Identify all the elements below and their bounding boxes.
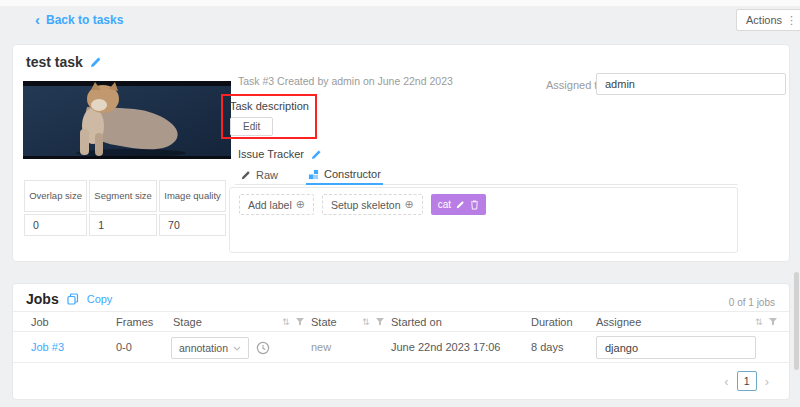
jobs-table-header: Job Frames Stage ⇅ State ⇅ Started on Du… [13, 311, 791, 332]
col-frames: Frames [116, 316, 153, 328]
image-quality-value: 70 [159, 214, 226, 236]
task-card: test task [12, 44, 790, 262]
tab-constructor[interactable]: Constructor [306, 165, 383, 185]
state-sort-icon[interactable]: ⇅ [362, 317, 369, 327]
jobs-count: 0 of 1 jobs [729, 297, 775, 308]
labels-constructor-panel: Add label ⊕ Setup skeleton ⊕ cat [229, 187, 738, 253]
edit-description-button[interactable]: Edit [230, 117, 273, 136]
cvat-task-details-page: ‹ Back to tasks Actions ⋮ test task [0, 0, 800, 407]
assignee-sort-icon[interactable]: ⇅ [755, 317, 762, 327]
setup-skeleton-text: Setup skeleton [331, 199, 400, 211]
col-stage: Stage [173, 316, 202, 328]
pagination-next-icon[interactable]: › [765, 374, 769, 389]
job-started-on: June 22nd 2023 17:06 [391, 341, 501, 353]
more-vertical-icon: ⋮ [786, 14, 797, 27]
labels-tabs: Raw Constructor [235, 165, 738, 185]
stage-sort-icon[interactable]: ⇅ [282, 317, 289, 327]
tab-raw[interactable]: Raw [239, 165, 280, 184]
back-to-tasks-link[interactable]: ‹ Back to tasks [35, 13, 123, 27]
chevron-down-icon [233, 346, 241, 351]
edit-title-pencil-icon[interactable] [90, 56, 102, 68]
history-clock-icon [256, 341, 270, 355]
task-params-table: Overlap size Segment size Image quality … [22, 178, 228, 238]
top-strip [0, 0, 800, 6]
chevron-left-icon: ‹ [35, 15, 40, 25]
image-quality-header: Image quality [159, 180, 226, 212]
task-description-label: Task description [230, 100, 309, 112]
label-chip-name: cat [438, 199, 451, 210]
task-meta: Task #3 Created by admin on June 22nd 20… [238, 75, 453, 87]
pagination-page-1[interactable]: 1 [737, 371, 757, 391]
issue-tracker-label: Issue Tracker [238, 148, 304, 160]
cat-preview-illustration [23, 81, 231, 159]
stage-select[interactable]: annotation [171, 337, 249, 359]
stage-filter-icon[interactable] [296, 318, 304, 326]
assignee-filter-icon[interactable] [769, 318, 777, 326]
job-link[interactable]: Job #3 [31, 341, 64, 353]
job-frames: 0-0 [116, 341, 132, 353]
col-state: State [311, 316, 337, 328]
jobs-heading: Jobs [26, 291, 59, 307]
scrollbar-thumb[interactable] [794, 272, 799, 370]
actions-label: Actions [746, 14, 782, 26]
col-started-on: Started on [391, 316, 442, 328]
jobs-card: Jobs Copy 0 of 1 jobs Job Frames Stage ⇅… [12, 283, 790, 400]
edit-label-pencil-icon[interactable] [456, 200, 465, 209]
stage-select-value: annotation [179, 342, 228, 354]
task-title: test task [26, 54, 83, 70]
actions-button[interactable]: Actions ⋮ [736, 9, 800, 31]
tab-raw-label: Raw [256, 169, 278, 181]
blocks-icon [308, 169, 319, 180]
back-to-tasks-label: Back to tasks [46, 13, 123, 27]
pencil-icon [241, 170, 251, 180]
job-assignee-input[interactable] [596, 336, 756, 359]
task-title-row: test task [26, 54, 102, 70]
task-preview-image [23, 81, 231, 159]
plus-circle-icon: ⊕ [296, 198, 305, 211]
state-filter-icon[interactable] [376, 318, 384, 326]
overlap-size-value: 0 [24, 214, 87, 236]
job-table-row: Job #3 0-0 annotation new June 22nd 2023… [13, 332, 791, 363]
params-value-row: 0 1 70 [24, 214, 226, 236]
job-state: new [311, 341, 331, 353]
add-label-button[interactable]: Add label ⊕ [239, 194, 314, 215]
segment-size-header: Segment size [89, 180, 157, 212]
edit-button-label: Edit [243, 121, 260, 132]
overlap-size-header: Overlap size [24, 180, 87, 212]
add-label-text: Add label [248, 199, 292, 211]
copy-icon[interactable] [67, 293, 79, 305]
params-header-row: Overlap size Segment size Image quality [24, 180, 226, 212]
assigned-to-label: Assigned to [546, 79, 603, 91]
edit-issue-tracker-pencil-icon[interactable] [311, 149, 322, 160]
jobs-pagination: ‹ 1 › [724, 371, 769, 391]
task-assignee-input[interactable] [596, 73, 786, 95]
segment-size-value: 1 [89, 214, 157, 236]
label-chip[interactable]: cat [431, 194, 486, 215]
tab-constructor-label: Constructor [324, 168, 381, 180]
job-duration: 8 days [531, 341, 563, 353]
plus-circle-icon: ⊕ [404, 198, 413, 211]
col-assignee: Assignee [596, 316, 641, 328]
col-job: Job [31, 316, 49, 328]
issue-tracker-row: Issue Tracker [238, 148, 322, 160]
col-duration: Duration [531, 316, 573, 328]
pagination-prev-icon[interactable]: ‹ [724, 374, 728, 389]
jobs-header-row: Jobs Copy [26, 291, 112, 307]
copy-link[interactable]: Copy [87, 293, 113, 305]
delete-label-trash-icon[interactable] [470, 200, 479, 210]
setup-skeleton-button[interactable]: Setup skeleton ⊕ [322, 194, 423, 215]
